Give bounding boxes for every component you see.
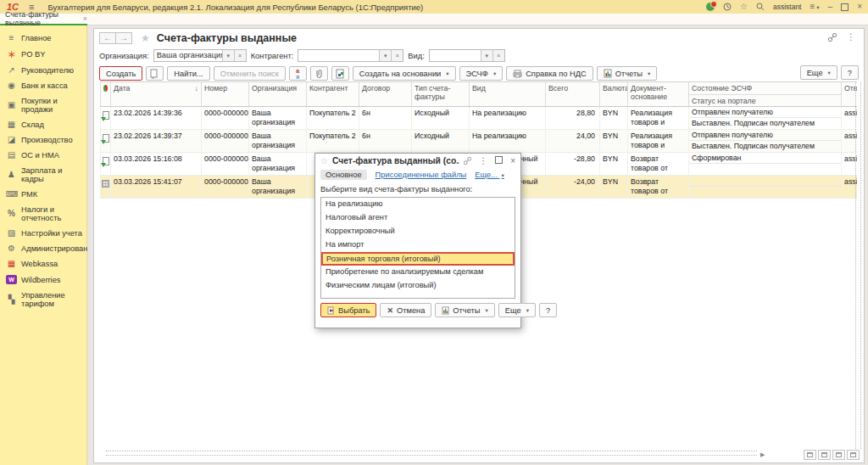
favorite-star-icon[interactable]: ☆ [320, 156, 328, 165]
fixed-assets-icon [6, 151, 17, 160]
tab-invoices-issued[interactable]: Счета-фактуры выданные × [0, 14, 87, 25]
sidebar-item-warehouse[interactable]: Склад [0, 117, 86, 132]
sidebar-item-webkassa[interactable]: Webkassa [0, 256, 86, 272]
chevron-down-icon[interactable]: ▾ [222, 50, 234, 61]
sidebar-item-bank-cash[interactable]: Банк и касса [0, 78, 86, 93]
posting-indicator-header[interactable] [100, 82, 111, 106]
discussions-notification-icon[interactable] [706, 3, 715, 11]
close-icon[interactable]: × [510, 156, 515, 165]
counterparty-filter-combobox[interactable]: ▾ × [298, 49, 403, 62]
column-header-total[interactable]: Всего [546, 82, 600, 106]
org-filter-combobox[interactable]: Ваша организация ▾ × [153, 49, 247, 62]
dialog-tab-main[interactable]: Основное [320, 170, 367, 180]
column-header-basis[interactable]: Документ-основание [628, 82, 689, 106]
tab-close-icon[interactable]: × [83, 14, 87, 23]
sidebar-item-rmk[interactable]: РМК [0, 187, 86, 202]
chevron-down-icon[interactable]: ▾ [481, 50, 492, 61]
sidebar-item-tariff[interactable]: Управление тарифом [0, 288, 86, 311]
select-button[interactable]: Выбрать [320, 303, 376, 317]
dialog-help-button[interactable]: ? [539, 303, 557, 317]
scroll-right-icon[interactable]: ▶ [760, 451, 765, 458]
get-link-icon[interactable] [464, 157, 471, 165]
eschf-state: Отправлен получателю [689, 107, 841, 118]
dialog-reports-button[interactable]: Отчеты▾ [435, 303, 494, 317]
favorite-star-icon[interactable]: ★ [141, 32, 150, 44]
scroll-first-button[interactable] [804, 450, 816, 460]
option-korrektirovochnyj[interactable]: Корректировочный [321, 225, 515, 238]
az-sort-icon-button[interactable]: ая [289, 66, 307, 81]
column-header-currency[interactable]: Валюта [600, 82, 628, 106]
option-na-realizaciyu[interactable]: На реализацию [321, 198, 515, 211]
cancel-search-button[interactable]: Отменить поиск [214, 66, 286, 81]
clear-icon[interactable]: × [492, 50, 504, 61]
scroll-up-button[interactable] [818, 450, 831, 460]
sidebar-item-fixed-assets[interactable]: ОС и НМА [0, 148, 86, 163]
sidebar-item-manager[interactable]: Руководителю [0, 63, 86, 78]
bank-icon [6, 81, 17, 90]
dialog-tab-attached-files[interactable]: Присоединенные файлы [376, 171, 467, 179]
column-header-kind[interactable]: Вид [470, 82, 546, 106]
vertical-scrollbar[interactable] [855, 81, 861, 449]
table-row[interactable]: 23.02.2026 14:39:37 0000-0000004 Ваша ор… [100, 130, 857, 153]
column-header-state-status[interactable]: Состояние ЭСЧФ Статус на портале [689, 82, 842, 106]
dialog-more-button[interactable]: Еще▾ [498, 303, 536, 317]
find-button[interactable]: Найти... [167, 66, 209, 81]
option-roznichnaya-torgovlya-selected[interactable]: Розничная торговля (итоговый) [321, 252, 515, 266]
create-based-on-button[interactable]: Создать на основании▾ [353, 66, 456, 81]
column-header-type[interactable]: Тип счета-фактуры [412, 82, 470, 106]
maximize-icon[interactable] [495, 156, 503, 165]
copy-button[interactable] [146, 66, 164, 81]
sidebar-item-salary-hr[interactable]: Зарплата и кадры [0, 163, 86, 187]
sidebar-item-wildberries[interactable]: Wildberries [0, 272, 86, 288]
column-header-contract[interactable]: Договор [359, 82, 412, 106]
eschf-button[interactable]: ЭСЧФ▾ [459, 66, 504, 81]
column-header-org[interactable]: Организация [249, 82, 307, 106]
option-fizicheskim-licam[interactable]: Физическим лицам (итоговый) [321, 279, 515, 293]
horizontal-scrollbar[interactable] [106, 451, 757, 456]
sidebar-item-main[interactable]: Главное [0, 31, 86, 46]
close-button[interactable]: × [857, 3, 862, 11]
sidebar-item-production[interactable]: Производство [0, 132, 86, 148]
sidebar-item-purchases-sales[interactable]: Покупки и продажи [0, 93, 86, 117]
reports-button[interactable]: Отчеты▾ [597, 66, 657, 81]
column-header-date[interactable]: Дата↓ [111, 82, 202, 106]
user-name[interactable]: assistant [773, 3, 802, 11]
table-row[interactable]: 23.02.2026 14:39:36 0000-0000001 Ваша ор… [100, 107, 857, 130]
column-header-counterparty[interactable]: Контрагент [307, 82, 359, 106]
filters-row: Организация: Ваша организация ▾ × Контра… [99, 48, 505, 63]
create-button[interactable]: Создать [99, 66, 142, 81]
chevron-down-icon[interactable]: ▾ [379, 50, 391, 61]
clear-icon[interactable]: × [391, 50, 403, 61]
scroll-down-button[interactable] [832, 450, 845, 460]
kind-filter-combobox[interactable]: ▾ × [429, 49, 505, 62]
help-button[interactable]: ? [841, 65, 859, 80]
book-icon [6, 229, 17, 238]
more-button[interactable]: Еще▾ [800, 65, 837, 80]
sidebar-item-accounting-settings[interactable]: Настройки учета [0, 226, 86, 241]
favorites-star-icon[interactable]: ☆ [740, 3, 748, 11]
user-menu-icon[interactable]: ≡▾ [810, 3, 819, 11]
load-sheet-button[interactable] [331, 66, 349, 81]
option-priobretenie-po-sdelkam[interactable]: Приобретение по анализируемым сделкам [321, 266, 515, 279]
cancel-button[interactable]: ✕Отмена [380, 303, 431, 317]
minimize-button[interactable]: – [828, 3, 833, 11]
maximize-button[interactable] [841, 3, 849, 11]
dialog-tab-more[interactable]: Еще... ▾ [475, 171, 504, 179]
sidebar-item-administration[interactable]: Администрирование [0, 241, 86, 256]
kebab-menu-icon[interactable]: ⋮ [847, 32, 855, 42]
sidebar-item-taxes-reports[interactable]: Налоги и отчетность [0, 202, 86, 226]
attachments-paperclip-button[interactable] [310, 66, 328, 81]
search-icon[interactable] [756, 3, 765, 11]
kebab-menu-icon[interactable]: ⋮ [479, 156, 487, 165]
forward-button[interactable]: → [115, 32, 132, 44]
history-clock-icon[interactable] [723, 3, 732, 11]
option-nalogovyj-agent[interactable]: Налоговый агент [321, 211, 515, 225]
column-header-number[interactable]: Номер [202, 82, 249, 106]
get-link-icon[interactable] [828, 33, 837, 42]
option-na-import[interactable]: На импорт [321, 238, 515, 252]
back-button[interactable]: ← [99, 32, 116, 44]
clear-icon[interactable]: × [234, 50, 246, 61]
vat-reference-button[interactable]: Справка по НДС [506, 66, 593, 81]
sidebar-item-po-by[interactable]: PO BY [0, 46, 86, 63]
scroll-last-button[interactable] [847, 450, 860, 460]
